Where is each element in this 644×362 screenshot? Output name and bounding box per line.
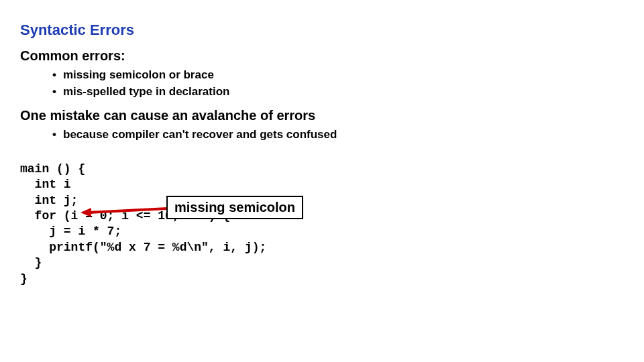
list-item: missing semicolon or brace bbox=[52, 68, 624, 83]
callout-missing-semicolon: missing semicolon bbox=[166, 196, 303, 219]
bullets-avalanche: because compiler can't recover and gets … bbox=[20, 127, 624, 143]
list-item: because compiler can't recover and gets … bbox=[52, 127, 624, 143]
subhead-common-errors: Common errors: bbox=[20, 48, 624, 64]
slide: Syntactic Errors Common errors: missing … bbox=[0, 0, 644, 362]
code-block: main () { int i int j; for (i = 0; i <= … bbox=[20, 162, 624, 287]
list-item: mis-spelled type in declaration bbox=[52, 84, 624, 100]
subhead-avalanche: One mistake can cause an avalanche of er… bbox=[20, 108, 624, 123]
bullets-common-errors: missing semicolon or brace mis-spelled t… bbox=[20, 68, 624, 100]
slide-title: Syntactic Errors bbox=[20, 21, 624, 39]
